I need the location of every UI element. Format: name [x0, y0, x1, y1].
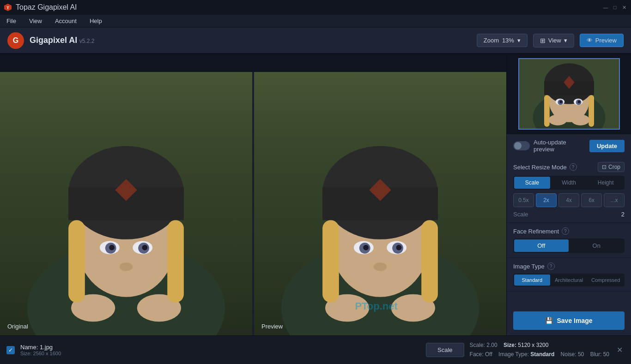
titlebar: T Topaz Gigapixel AI — □ ✕ — [0, 0, 631, 15]
zoom-value: 13% — [502, 37, 514, 44]
image-type-help-icon[interactable]: ? — [547, 263, 555, 270]
auto-update-toggle[interactable] — [513, 141, 530, 150]
app-version: v5.2.2 — [79, 38, 95, 44]
canvas-top-pad — [0, 54, 506, 72]
scale-2x[interactable]: 2x — [536, 193, 557, 207]
image-type-title: Image Type — [513, 263, 545, 270]
auto-update-label: Auto-update preview — [534, 139, 586, 153]
menubar: File View Account Help — [0, 15, 631, 28]
preview-button[interactable]: 👁 Preview — [580, 34, 624, 47]
close-button[interactable]: ✕ — [621, 4, 627, 11]
maximize-button[interactable]: □ — [612, 4, 618, 11]
resize-mode-title: Select Resize Mode — [513, 164, 567, 171]
tab-width[interactable]: Width — [551, 177, 587, 189]
file-name: Name: 1.jpg — [20, 344, 420, 351]
svg-rect-18 — [68, 220, 85, 302]
type-compressed[interactable]: Compressed — [588, 274, 624, 286]
size-info-label: Size: — [504, 342, 516, 348]
image-type-section: Image Type ? Standard Architectural Comp… — [507, 258, 631, 292]
svg-point-14 — [142, 245, 147, 251]
file-meta: Scale: 2.00 Size: 5120 x 3200 Face: Off … — [470, 341, 609, 358]
eye-icon: 👁 — [587, 37, 593, 44]
view-arrow-icon: ▾ — [564, 37, 567, 44]
header-right: Zoom 13% ▾ ⊞ View ▾ 👁 Preview — [477, 34, 624, 48]
resize-title-group: Select Resize Mode ? — [513, 163, 577, 171]
scale-info-label: Scale: 2.00 — [470, 342, 498, 348]
type-architectural[interactable]: Architectural — [551, 274, 587, 286]
zoom-button[interactable]: Zoom 13% ▾ — [477, 34, 528, 47]
tab-scale[interactable]: Scale — [514, 177, 550, 189]
tab-height[interactable]: Height — [588, 177, 624, 189]
check-icon: ✓ — [8, 347, 13, 353]
scale-label: Scale — [513, 211, 528, 218]
original-label: Original — [7, 323, 28, 330]
app-name: Gigapixel AI — [30, 36, 77, 45]
scale-custom[interactable]: ...x — [604, 193, 625, 207]
blur-info: Blur: 50 — [590, 351, 609, 358]
face-on-button[interactable]: On — [570, 239, 624, 252]
crop-button[interactable]: ⊡ Crop — [598, 162, 625, 172]
menu-file[interactable]: File — [4, 16, 19, 26]
menu-view[interactable]: View — [26, 16, 45, 26]
preview-panel: PTop.net Preview — [254, 72, 506, 335]
preview-thumbnail — [507, 54, 631, 134]
size-info-value: 5120 x 3200 — [518, 342, 548, 348]
svg-text:T: T — [6, 6, 9, 10]
app-logo: G — [7, 32, 24, 49]
thumb-svg — [519, 59, 619, 129]
scale-6x[interactable]: 6x — [581, 193, 602, 207]
image-type-header: Image Type ? — [513, 263, 625, 270]
update-button[interactable]: Update — [589, 140, 625, 152]
original-image — [0, 72, 252, 335]
close-file-button[interactable]: ✕ — [615, 344, 625, 356]
crop-label: Crop — [608, 164, 620, 170]
menu-account[interactable]: Account — [52, 16, 79, 26]
app-header: G Gigapixel AI v5.2.2 Zoom 13% ▾ ⊞ View … — [0, 28, 631, 54]
svg-rect-36 — [322, 220, 339, 302]
view-grid-icon: ⊞ — [540, 37, 546, 44]
svg-point-15 — [120, 263, 133, 271]
resize-mode-header: Select Resize Mode ? ⊡ Crop — [513, 162, 625, 172]
auto-update-row: Auto-update preview Update — [507, 134, 631, 157]
face-title-group: Face Refinement ? — [513, 227, 569, 235]
crop-icon: ⊡ — [602, 164, 607, 170]
svg-point-31 — [363, 245, 369, 251]
zoom-label: Zoom — [484, 37, 499, 44]
main-area: Original — [0, 54, 631, 335]
svg-rect-51 — [589, 95, 594, 127]
scale-action-button[interactable]: Scale — [426, 343, 464, 357]
scale-05x[interactable]: 0.5x — [513, 193, 534, 207]
view-button[interactable]: ⊞ View ▾ — [533, 34, 574, 48]
bottom-bar: ✓ Name: 1.jpg Size: 2560 x 1600 Scale Sc… — [0, 335, 631, 364]
original-panel: Original — [0, 72, 252, 335]
face-help-icon[interactable]: ? — [562, 227, 569, 235]
image-type-group: Standard Architectural Compressed — [513, 274, 625, 286]
image-row: Original — [0, 72, 506, 335]
save-label: Save Image — [557, 317, 592, 324]
scale-4x[interactable]: 4x — [558, 193, 579, 207]
resize-help-icon[interactable]: ? — [570, 163, 577, 171]
file-dimensions: Size: 2560 x 1600 — [20, 351, 420, 356]
resize-tab-group: Scale Width Height — [513, 176, 625, 190]
noise-info: Noise: 50 — [561, 351, 584, 358]
menu-help[interactable]: Help — [87, 16, 105, 26]
svg-point-53 — [571, 114, 589, 125]
scale-value-row: Scale 2 — [513, 211, 625, 218]
app-title-group: Gigapixel AI v5.2.2 — [30, 36, 95, 45]
svg-point-33 — [374, 263, 387, 271]
save-image-button[interactable]: 💾 Save Image — [513, 311, 625, 330]
titlebar-title: Topaz Gigapixel AI — [16, 3, 77, 12]
minimize-button[interactable]: — — [602, 4, 609, 11]
face-refinement-section: Face Refinement ? Off On — [507, 223, 631, 258]
type-standard[interactable]: Standard — [514, 274, 550, 286]
file-checkbox[interactable]: ✓ — [6, 346, 15, 354]
save-icon: 💾 — [545, 317, 553, 324]
face-off-button[interactable]: Off — [514, 239, 569, 252]
svg-point-32 — [396, 245, 401, 251]
panel-spacer — [507, 292, 631, 306]
scale-button-group: 0.5x 2x 4x 6x ...x — [513, 193, 625, 207]
svg-rect-37 — [421, 220, 438, 302]
face-refinement-title: Face Refinement — [513, 228, 559, 235]
zoom-arrow-icon: ▾ — [517, 37, 521, 44]
svg-rect-50 — [544, 95, 550, 127]
